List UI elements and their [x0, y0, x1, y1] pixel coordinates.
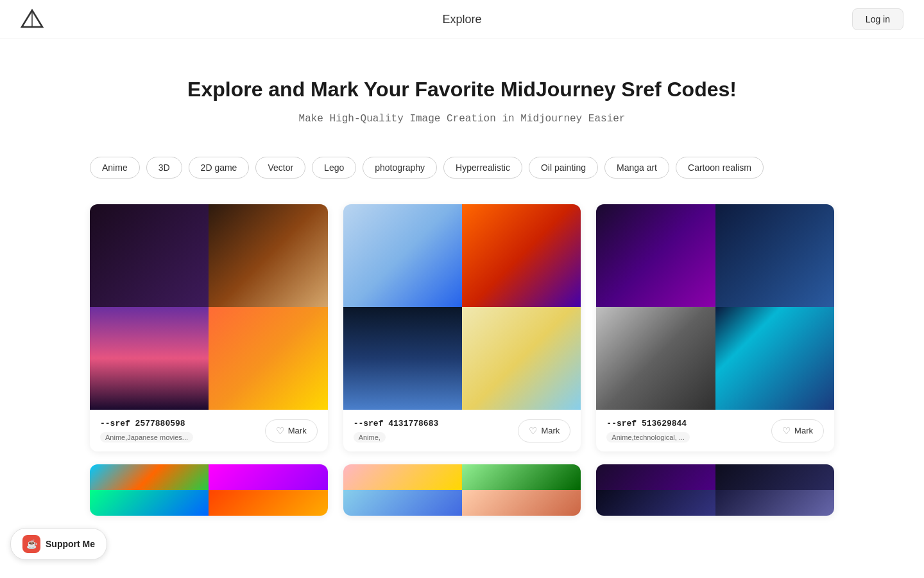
- card: --sref 4131778683Anime,♡Mark: [343, 204, 581, 451]
- card-img-1: [209, 204, 327, 307]
- category-tag-lego[interactable]: Lego: [312, 157, 356, 179]
- bottom-card-img-2: [343, 490, 462, 516]
- mark-button[interactable]: ♡Mark: [518, 419, 570, 442]
- card-sref: --sref 513629844: [606, 419, 771, 428]
- category-tag-oilpainting[interactable]: Oil painting: [529, 157, 598, 179]
- bottom-card-img-1: [462, 464, 581, 490]
- bottom-card-images: [596, 464, 834, 516]
- bottom-card-img-3: [209, 490, 327, 516]
- card: --sref 513629844Anime,technological, ...…: [596, 204, 834, 451]
- bottom-card-img-0: [90, 464, 209, 490]
- card-img-3: [715, 307, 834, 410]
- card-img-3: [462, 307, 581, 410]
- card-img-1: [462, 204, 581, 307]
- mark-button[interactable]: ♡Mark: [771, 419, 824, 442]
- header: Explore Log in: [0, 0, 924, 39]
- card: --sref 2577880598Anime,Japanese movies..…: [90, 204, 328, 451]
- mark-label: Mark: [541, 426, 560, 435]
- bottom-card-img-1: [715, 464, 834, 490]
- card-footer: --sref 4131778683Anime,♡Mark: [343, 410, 581, 451]
- card-images: [596, 204, 834, 410]
- bottom-card-images: [343, 464, 581, 516]
- category-tag-2dgame[interactable]: 2D game: [189, 157, 250, 179]
- bottom-card-img-2: [596, 490, 715, 516]
- card-sref: --sref 4131778683: [354, 419, 518, 428]
- heart-icon: ♡: [276, 425, 284, 437]
- card-img-2: [596, 307, 715, 410]
- bottom-card: [596, 464, 834, 516]
- mark-label: Mark: [288, 426, 307, 435]
- card-img-0: [596, 204, 715, 307]
- category-tag-photography[interactable]: photography: [363, 157, 437, 179]
- card-gallery: --sref 2577880598Anime,Japanese movies..…: [0, 191, 924, 464]
- card-images: [90, 204, 328, 410]
- mark-label: Mark: [794, 426, 813, 435]
- card-img-2: [343, 307, 462, 410]
- card-img-0: [90, 204, 209, 307]
- card-img-0: [343, 204, 462, 307]
- logo-icon: [21, 8, 44, 31]
- card-img-1: [715, 204, 834, 307]
- login-button[interactable]: Log in: [852, 8, 903, 30]
- heart-icon: ♡: [782, 425, 791, 437]
- card-sref: --sref 2577880598: [100, 419, 265, 428]
- logo: [21, 8, 44, 31]
- hero-section: Explore and Mark Your Favorite MidJourne…: [0, 39, 924, 144]
- bottom-card-images: [90, 464, 328, 516]
- support-label: Support Me: [46, 539, 95, 541]
- bottom-card: [90, 464, 328, 516]
- card-img-3: [209, 307, 327, 410]
- support-button[interactable]: ☕ Support Me: [10, 528, 107, 541]
- card-info: --sref 2577880598Anime,Japanese movies..…: [100, 419, 265, 442]
- card-info: --sref 513629844Anime,technological, ...: [606, 419, 771, 442]
- heart-icon: ♡: [529, 425, 537, 437]
- bottom-card-img-0: [596, 464, 715, 490]
- bottom-card-img-2: [90, 490, 209, 516]
- card-footer: --sref 2577880598Anime,Japanese movies..…: [90, 410, 328, 451]
- category-tag-3d[interactable]: 3D: [146, 157, 182, 179]
- category-list: Anime3D2D gameVectorLegophotographyHyper…: [0, 144, 924, 191]
- category-tag-anime[interactable]: Anime: [90, 157, 140, 179]
- bottom-card: [343, 464, 581, 516]
- card-footer: --sref 513629844Anime,technological, ...…: [596, 410, 834, 451]
- header-title: Explore: [442, 13, 481, 26]
- mark-button[interactable]: ♡Mark: [265, 419, 318, 442]
- hero-subheading: Make High-Quality Image Creation in Midj…: [13, 113, 911, 125]
- support-icon: ☕: [22, 535, 40, 541]
- category-tag-hyperrealistic[interactable]: Hyperrealistic: [443, 157, 522, 179]
- bottom-card-img-3: [715, 490, 834, 516]
- gallery-bottom: [0, 464, 924, 541]
- bottom-card-img-1: [209, 464, 327, 490]
- card-tags: Anime,technological, ...: [606, 432, 690, 442]
- bottom-card-img-3: [462, 490, 581, 516]
- hero-heading: Explore and Mark Your Favorite MidJourne…: [13, 78, 911, 101]
- category-tag-mangaart[interactable]: Manga art: [604, 157, 669, 179]
- card-tags: Anime,Japanese movies...: [100, 432, 193, 442]
- card-images: [343, 204, 581, 410]
- bottom-card-img-0: [343, 464, 462, 490]
- category-tag-vector[interactable]: Vector: [255, 157, 305, 179]
- card-img-2: [90, 307, 209, 410]
- category-tag-cartoonrealism[interactable]: Cartoon realism: [676, 157, 764, 179]
- card-tags: Anime,: [354, 432, 386, 442]
- card-info: --sref 4131778683Anime,: [354, 419, 518, 442]
